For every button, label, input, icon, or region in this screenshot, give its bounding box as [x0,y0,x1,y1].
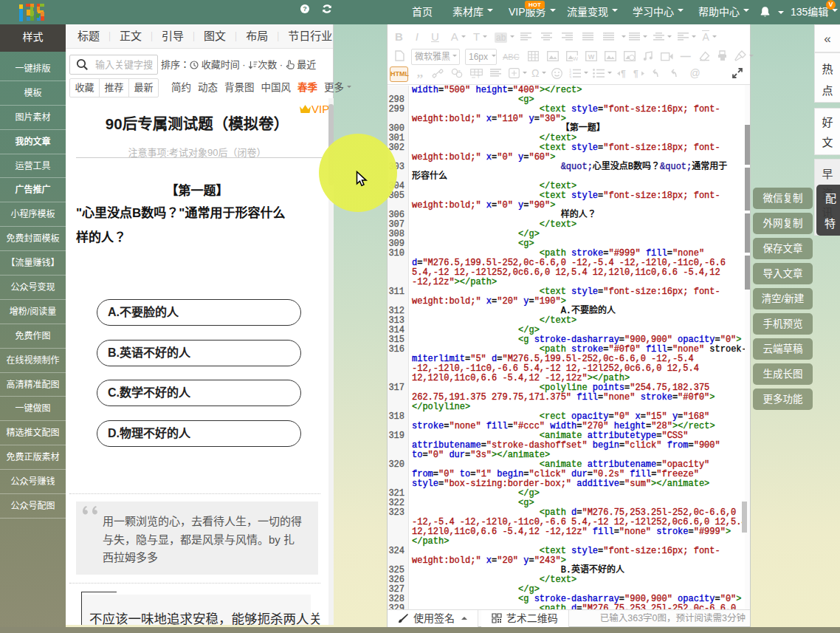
svg-text:W: W [572,55,577,62]
svg-text:¶: ¶ [633,69,638,78]
svg-text:¶: ¶ [621,69,626,78]
svg-text:3: 3 [569,75,571,79]
svg-text:W: W [588,53,594,61]
svg-text:T: T [458,69,461,74]
svg-text:T: T [477,75,481,79]
svg-text:?: ? [303,5,307,13]
